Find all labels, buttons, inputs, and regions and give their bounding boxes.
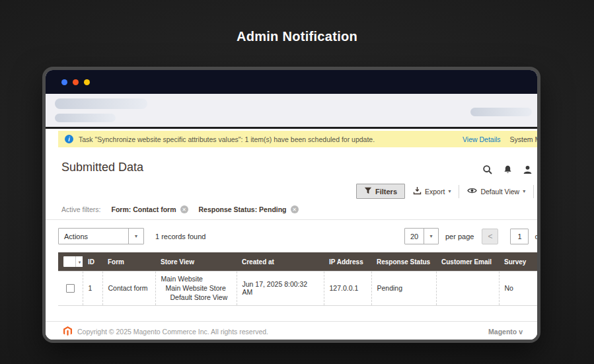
submitted-data-table: ▾ ID Form Store View Created at IP Addre…: [58, 252, 540, 306]
cell-response-status: Pending: [371, 272, 436, 306]
page-title: Admin Notification: [0, 29, 594, 44]
magento-logo-icon: [63, 326, 72, 338]
chevron-down-icon: ▾: [424, 229, 438, 244]
store-view-view: Default Store View: [161, 293, 231, 302]
default-view-label: Default View: [480, 188, 519, 196]
window-dot-yellow[interactable]: [84, 79, 90, 85]
browser-window: i Task "Synchronize website specific att…: [42, 67, 540, 343]
row-select-cell: [58, 272, 83, 306]
magento-version-label[interactable]: Magento v: [488, 328, 523, 336]
view-details-link[interactable]: View Details: [463, 135, 501, 143]
filter-chip-label: Response Status: Pending: [199, 205, 287, 213]
skeleton-bar: [470, 108, 532, 116]
select-all-dropdown[interactable]: ▾: [63, 256, 83, 267]
cell-id: 1: [83, 272, 102, 306]
export-button-label: Export: [425, 188, 445, 196]
remove-filter-icon[interactable]: ✕: [291, 205, 299, 213]
chevron-down-icon: ▾: [128, 229, 143, 244]
eye-icon: [467, 187, 477, 196]
divider: [459, 185, 459, 198]
page-heading: Submitted Data: [61, 161, 537, 174]
filter-chip-label: Form: Contact form: [112, 205, 176, 213]
admin-page: i Task "Synchronize website specific att…: [46, 131, 537, 342]
select-all-checkbox[interactable]: [63, 256, 75, 267]
cell-customer-email: [436, 272, 499, 306]
default-view-button[interactable]: Default View ▾: [467, 187, 525, 196]
per-page-value: 20: [405, 233, 424, 240]
previous-page-button[interactable]: <: [482, 229, 498, 244]
column-header-response-status[interactable]: Response Status: [371, 252, 436, 272]
filter-chip-form: Form: Contact form ✕: [112, 205, 188, 213]
cell-survey: No: [499, 272, 540, 306]
table-header-row: ▾ ID Form Store View Created at IP Addre…: [58, 252, 540, 272]
chevron-down-icon: ▾: [523, 188, 525, 194]
filter-funnel-icon: [364, 187, 372, 196]
skeleton-bar: [55, 98, 147, 109]
filters-button-label: Filters: [375, 188, 397, 196]
per-page-dropdown[interactable]: 20 ▾: [404, 228, 439, 244]
window-dot-blue[interactable]: [61, 79, 67, 85]
chevron-down-icon: ▾: [75, 256, 83, 267]
skeleton-bar: [55, 114, 116, 122]
column-header-created-at[interactable]: Created at: [237, 252, 324, 272]
of-label: of: [535, 233, 540, 240]
column-header-survey[interactable]: Survey: [499, 252, 540, 272]
copyright-text: Copyright © 2025 Magento Commerce Inc. A…: [77, 328, 268, 336]
browser-toolbar-skeleton: [46, 94, 537, 127]
notifications-bell-icon[interactable]: [503, 164, 513, 175]
active-filters-label: Active filters:: [61, 205, 101, 213]
filters-button[interactable]: Filters: [356, 184, 405, 199]
search-icon[interactable]: [482, 164, 493, 175]
cell-created-at: Jun 17, 2025 8:00:32 AM: [237, 272, 324, 306]
column-header-form[interactable]: Form: [102, 252, 155, 272]
cell-ip-address: 127.0.0.1: [324, 272, 371, 306]
per-page-label: per page: [445, 233, 474, 240]
actions-dropdown[interactable]: Actions ▾: [58, 228, 144, 244]
select-all-header: ▾: [58, 252, 83, 272]
column-header-ip-address[interactable]: IP Address: [324, 252, 371, 272]
row-checkbox[interactable]: [66, 284, 75, 293]
export-download-icon: [413, 186, 422, 196]
banner-message: Task "Synchronize website specific attri…: [79, 135, 375, 143]
filter-chip-response-status: Response Status: Pending ✕: [199, 205, 299, 213]
account-icon[interactable]: [523, 164, 533, 175]
system-message-banner: i Task "Synchronize website specific att…: [58, 131, 540, 147]
cell-form: Contact form: [102, 272, 155, 306]
divider: [46, 127, 537, 129]
page-number-input[interactable]: [510, 229, 529, 244]
table-row[interactable]: 1 Contact form Main Website Main Website…: [58, 272, 540, 306]
admin-footer: Copyright © 2025 Magento Commerce Inc. A…: [46, 321, 537, 342]
window-dot-red[interactable]: [73, 79, 79, 85]
export-button[interactable]: Export ▾: [413, 186, 451, 196]
info-icon: i: [65, 135, 73, 143]
chevron-down-icon: ▾: [448, 188, 451, 194]
remove-filter-icon[interactable]: ✕: [180, 205, 188, 213]
actions-dropdown-value: Actions: [59, 233, 128, 240]
cell-store-view: Main Website Main Website Store Default …: [155, 272, 237, 306]
column-header-id[interactable]: ID: [83, 252, 102, 272]
column-header-customer-email[interactable]: Customer Email: [436, 252, 499, 272]
window-titlebar: [46, 70, 537, 94]
records-found-label: 1 records found: [155, 233, 205, 240]
divider: [533, 185, 534, 198]
column-header-store-view[interactable]: Store View: [155, 252, 237, 272]
store-view-store: Main Website Store: [161, 283, 231, 293]
store-view-website: Main Website: [161, 274, 231, 283]
system-messages-link[interactable]: System Messages: [510, 135, 540, 143]
